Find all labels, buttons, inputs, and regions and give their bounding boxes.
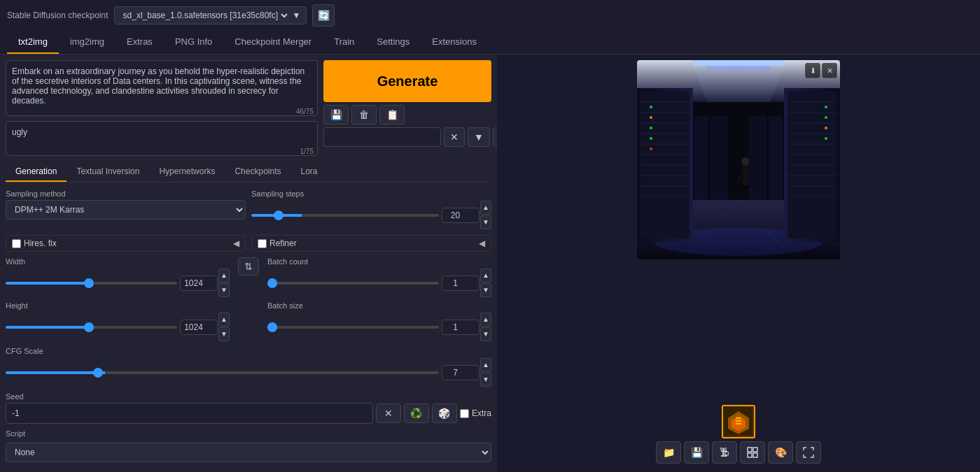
folder-btn[interactable]: 📁 [656,441,681,464]
grid-btn[interactable] [740,441,765,464]
svg-point-16 [650,106,652,108]
height-slider[interactable] [6,326,177,329]
batch-count-slider[interactable] [267,282,439,285]
style-btn[interactable]: 🎨 [768,441,793,464]
seed-clear-button[interactable]: ✕ [376,403,401,423]
extra-input[interactable] [323,127,441,147]
batch-size-slider-row: ▲ ▼ [267,313,491,341]
width-down-btn[interactable]: ▼ [218,283,230,297]
copy-button[interactable]: 📋 [379,105,405,124]
tab-pnginfo[interactable]: PNG Info [164,31,223,54]
sampling-method-label: Sampling method [6,189,246,198]
script-select[interactable]: None [6,443,491,462]
fullscreen-btn[interactable] [796,441,821,464]
width-slider[interactable] [6,282,177,285]
generate-button[interactable]: Generate [323,60,491,102]
batch-count-down-btn[interactable]: ▼ [480,283,491,297]
image-download-btn[interactable]: ⬇ [805,63,820,78]
hires-checkbox[interactable] [12,239,21,248]
sampling-steps-num: ▲ ▼ [442,201,491,229]
swap-dimensions-button[interactable]: ⇅ [238,257,259,276]
save-btn[interactable]: 💾 [684,441,709,464]
bottom-toolbar: 📁 💾 🗜 🎨 [656,438,821,466]
trash-button[interactable]: 🗑 [351,105,377,124]
sampling-steps-input[interactable] [442,208,479,223]
seed-input[interactable] [6,403,373,424]
batch-size-row: Batch size ▲ ▼ [267,301,491,341]
sampling-method-select[interactable]: DPM++ 2M Karras [6,200,246,220]
svg-point-33 [825,106,827,108]
clear-extra-button[interactable]: ✕ [444,127,465,147]
positive-char-count: 46/75 [296,108,314,115]
height-down-btn[interactable]: ▼ [218,327,230,341]
tab-settings[interactable]: Settings [365,31,421,54]
cfg-input[interactable] [442,365,479,380]
inner-tab-textual-inversion[interactable]: Textual Inversion [66,162,149,182]
tab-train[interactable]: Train [323,31,365,54]
svg-rect-37 [693,60,784,66]
svg-point-18 [650,127,652,129]
svg-point-17 [650,116,652,119]
batch-size-up-btn[interactable]: ▲ [480,313,491,327]
action-buttons-row: 💾 🗑 📋 [323,105,491,124]
refiner-label: Refiner [270,238,297,248]
sampling-steps-slider[interactable] [251,214,439,217]
negative-prompt-input[interactable] [6,121,318,156]
batch-count-label: Batch count [267,257,491,266]
save-style-button[interactable]: 💾 [323,105,349,124]
hires-collapse-btn[interactable]: ◀ [233,238,239,248]
batch-size-down-btn[interactable]: ▼ [480,327,491,341]
refresh-checkpoint-button[interactable]: 🔄 [312,4,335,27]
thumbnail-1[interactable] [722,405,755,438]
thumbnail-area [722,405,755,438]
inner-tab-generation[interactable]: Generation [6,162,66,182]
extra-checkbox-label[interactable]: Extra [460,408,491,418]
dimensions-batch-row: Width ▲ ▼ [6,257,491,341]
hires-label: Hires. fix [24,238,57,248]
cfg-slider[interactable] [6,371,439,374]
sampling-steps-slider-row: ▲ ▼ [251,201,491,229]
tab-img2img[interactable]: img2img [59,31,115,54]
main-area: 46/75 1/75 Generate 💾 🗑 📋 [0,55,980,472]
inner-tabs: Generation Textual Inversion Hypernetwor… [6,162,491,183]
inner-tab-hypernetworks[interactable]: Hypernetworks [149,162,225,182]
batch-count-up-btn[interactable]: ▲ [480,269,491,283]
app-container: Stable Diffusion checkpoint sd_xl_base_1… [0,0,980,472]
seed-recycle-button[interactable]: ♻️ [404,403,429,423]
steps-up-btn[interactable]: ▲ [480,201,491,215]
expand-extra-button[interactable]: ▼ [468,127,490,147]
inner-tab-checkpoints[interactable]: Checkpoints [225,162,290,182]
hires-checkbox-label[interactable]: Hires. fix [12,238,57,248]
batch-count-input[interactable] [442,276,479,291]
steps-down-btn[interactable]: ▼ [480,215,491,229]
tab-extras[interactable]: Extras [115,31,164,54]
batch-size-slider[interactable] [267,326,439,329]
tab-txt2img[interactable]: txt2img [7,31,59,54]
height-up-btn[interactable]: ▲ [218,313,230,327]
refiner-checkbox-label[interactable]: Refiner [258,238,297,248]
width-input[interactable] [180,276,218,291]
width-slider-row: ▲ ▼ [6,269,230,297]
positive-prompt-input[interactable] [6,60,318,116]
refiner-collapse-btn[interactable]: ◀ [479,238,485,248]
dropdown-arrow-icon: ▼ [293,10,301,20]
refiner-checkbox[interactable] [258,239,267,248]
width-up-btn[interactable]: ▲ [218,269,230,283]
extra-checkbox[interactable] [460,409,469,418]
tab-checkpoint-merger[interactable]: Checkpoint Merger [223,31,323,54]
top-bar: Stable Diffusion checkpoint sd_xl_base_1… [0,0,980,31]
height-input[interactable] [180,320,218,335]
svg-point-35 [825,127,827,129]
checkpoint-select-wrapper[interactable]: sd_xl_base_1.0.safetensors [31e35c80fc] … [114,6,307,24]
batch-size-input[interactable] [442,320,479,335]
tab-extensions[interactable]: Extensions [421,31,488,54]
zip-btn[interactable]: 🗜 [712,441,737,464]
image-close-btn[interactable]: ✕ [822,63,837,78]
svg-point-20 [650,148,652,150]
inner-tab-lora[interactable]: Lora [291,162,328,182]
cfg-down-btn[interactable]: ▼ [480,373,491,387]
script-section: Script None [6,429,491,462]
seed-dice-button[interactable]: 🎲 [432,403,457,423]
cfg-up-btn[interactable]: ▲ [480,358,491,372]
checkpoint-dropdown[interactable]: sd_xl_base_1.0.safetensors [31e35c80fc] [120,10,290,21]
